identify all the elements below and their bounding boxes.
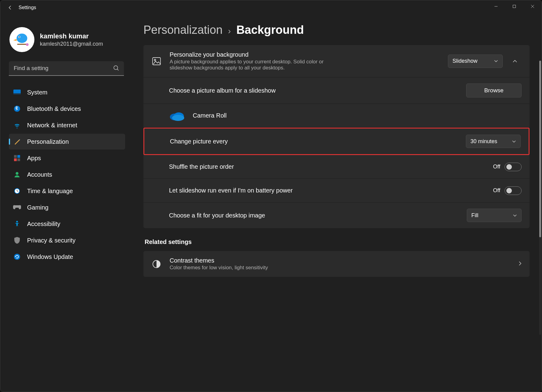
background-panel: Personalize your background A picture ba… bbox=[143, 45, 530, 228]
paint-icon bbox=[13, 138, 21, 146]
row-title: Contrast themes bbox=[170, 257, 519, 264]
breadcrumb: Personalization › Background bbox=[143, 23, 530, 37]
maximize-button[interactable] bbox=[505, 0, 523, 12]
svg-rect-15 bbox=[17, 155, 20, 158]
nav-label: Accounts bbox=[27, 171, 52, 178]
row-title: Let slideshow run even if I'm on battery… bbox=[169, 187, 327, 194]
minimize-button[interactable] bbox=[487, 0, 505, 12]
nav-privacy[interactable]: Privacy & security bbox=[9, 232, 125, 248]
apps-icon bbox=[13, 154, 21, 162]
nav-label: Accessibility bbox=[27, 221, 60, 228]
row-personalize-background: Personalize your background A picture ba… bbox=[143, 45, 530, 77]
nav-label: Personalization bbox=[27, 138, 69, 145]
window-controls bbox=[487, 0, 542, 12]
row-title: Choose a picture album for a slideshow bbox=[169, 87, 466, 94]
nav-time[interactable]: Time & language bbox=[9, 183, 125, 199]
chevron-down-icon bbox=[494, 58, 498, 64]
search-box bbox=[9, 61, 124, 76]
nav: System Bluetooth & devices Network & int… bbox=[9, 84, 125, 265]
shuffle-toggle[interactable] bbox=[505, 163, 522, 171]
svg-point-26 bbox=[154, 59, 156, 61]
nav-label: Gaming bbox=[27, 204, 48, 211]
dropdown-value: Fill bbox=[471, 212, 478, 219]
close-button[interactable] bbox=[523, 0, 542, 12]
row-fit: Choose a fit for your desktop image Fill bbox=[143, 203, 530, 228]
back-button[interactable] bbox=[4, 2, 16, 14]
dropdown-value: 30 minutes bbox=[470, 138, 497, 145]
titlebar: Settings bbox=[0, 0, 542, 15]
nav-label: Apps bbox=[27, 155, 41, 162]
main: Personalization › Background Personalize… bbox=[128, 15, 542, 392]
content: kamlesh kumar kamlesh2011@gmail.com Syst… bbox=[0, 15, 542, 392]
row-contrast-themes[interactable]: Contrast themes Color themes for low vis… bbox=[143, 251, 530, 277]
chevron-right-icon: › bbox=[228, 26, 231, 36]
row-current-album[interactable]: Camera Roll bbox=[143, 104, 530, 128]
person-icon bbox=[13, 171, 21, 178]
bluetooth-icon bbox=[13, 105, 21, 113]
search-input[interactable] bbox=[9, 61, 124, 76]
breadcrumb-current: Background bbox=[236, 23, 304, 37]
interval-dropdown[interactable]: 30 minutes bbox=[466, 135, 521, 148]
svg-rect-17 bbox=[17, 158, 20, 161]
row-title: Personalize your background bbox=[170, 51, 448, 58]
nav-label: System bbox=[27, 89, 48, 96]
nav-accessibility[interactable]: Accessibility bbox=[9, 216, 125, 232]
svg-point-23 bbox=[16, 221, 18, 223]
toggle-state: Off bbox=[493, 187, 500, 194]
nav-apps[interactable]: Apps bbox=[9, 150, 125, 166]
gamepad-icon bbox=[13, 203, 21, 211]
collapse-button[interactable] bbox=[508, 55, 522, 68]
nav-system[interactable]: System bbox=[9, 84, 125, 100]
svg-rect-16 bbox=[14, 158, 17, 161]
nav-gaming[interactable]: Gaming bbox=[9, 200, 125, 215]
onedrive-icon bbox=[169, 110, 184, 121]
user-name: kamlesh kumar bbox=[40, 32, 103, 40]
svg-rect-14 bbox=[14, 155, 17, 158]
chevron-down-icon bbox=[513, 212, 517, 219]
svg-point-7 bbox=[19, 37, 20, 37]
svg-point-24 bbox=[14, 254, 20, 260]
row-battery: Let slideshow run even if I'm on battery… bbox=[143, 179, 530, 203]
nav-accounts[interactable]: Accounts bbox=[9, 167, 125, 182]
related-heading: Related settings bbox=[145, 238, 530, 245]
sidebar: kamlesh kumar kamlesh2011@gmail.com Syst… bbox=[0, 15, 128, 392]
row-title: Shuffle the picture order bbox=[169, 163, 493, 170]
breadcrumb-parent[interactable]: Personalization bbox=[143, 23, 223, 37]
svg-point-29 bbox=[172, 115, 184, 121]
svg-rect-1 bbox=[513, 5, 516, 8]
row-shuffle: Shuffle the picture order Off bbox=[143, 155, 530, 179]
nav-bluetooth[interactable]: Bluetooth & devices bbox=[9, 101, 125, 117]
svg-line-10 bbox=[117, 69, 119, 71]
nav-network[interactable]: Network & internet bbox=[9, 117, 125, 133]
picture-icon bbox=[151, 56, 162, 66]
background-type-dropdown[interactable]: Slideshow bbox=[448, 55, 503, 68]
shield-icon bbox=[13, 236, 21, 244]
row-change-picture-every: Change picture every 30 minutes bbox=[143, 128, 530, 155]
fit-dropdown[interactable]: Fill bbox=[467, 209, 522, 222]
nav-label: Windows Update bbox=[27, 253, 73, 260]
monitor-icon bbox=[13, 88, 21, 96]
browse-button[interactable]: Browse bbox=[466, 83, 522, 97]
row-choose-album: Choose a picture album for a slideshow B… bbox=[143, 77, 530, 104]
nav-update[interactable]: Windows Update bbox=[9, 249, 125, 265]
user-email: kamlesh2011@gmail.com bbox=[40, 41, 103, 47]
svg-point-18 bbox=[16, 172, 18, 175]
album-name: Camera Roll bbox=[193, 112, 227, 119]
nav-personalization[interactable]: Personalization bbox=[9, 134, 125, 150]
nav-label: Network & internet bbox=[27, 122, 77, 129]
dropdown-value: Slideshow bbox=[452, 58, 477, 64]
nav-label: Time & language bbox=[27, 188, 73, 195]
wifi-icon bbox=[13, 121, 21, 129]
nav-label: Privacy & security bbox=[27, 237, 76, 244]
chevron-down-icon bbox=[512, 138, 516, 145]
clock-icon bbox=[13, 187, 21, 195]
svg-point-5 bbox=[17, 34, 27, 43]
search-icon bbox=[113, 65, 120, 73]
row-title: Change picture every bbox=[170, 138, 466, 145]
row-desc: A picture background applies to your cur… bbox=[170, 59, 340, 71]
toggle-state: Off bbox=[493, 164, 500, 170]
user-block[interactable]: kamlesh kumar kamlesh2011@gmail.com bbox=[9, 21, 125, 61]
scrollbar-thumb[interactable] bbox=[539, 61, 541, 237]
battery-toggle[interactable] bbox=[505, 186, 522, 195]
svg-point-8 bbox=[26, 43, 29, 46]
